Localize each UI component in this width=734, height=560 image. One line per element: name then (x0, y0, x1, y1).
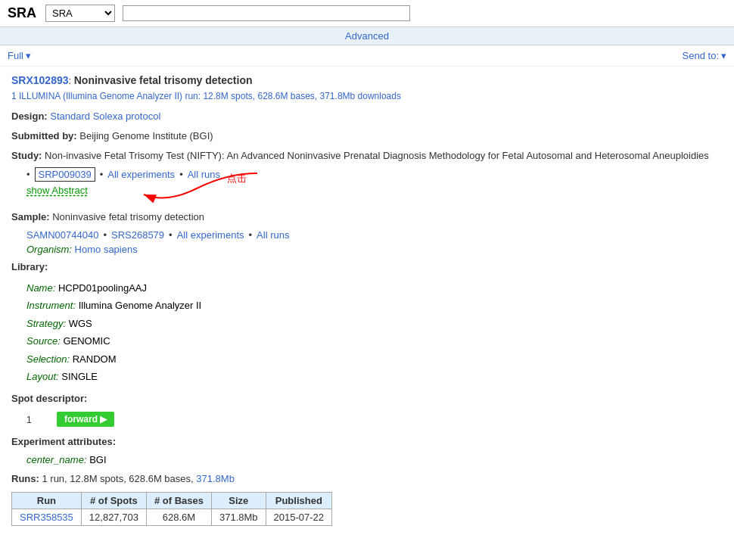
main-content: SRX102893: Noninvasive fetal trisomy det… (0, 67, 734, 534)
show-abstract-link[interactable]: show Abstract (26, 185, 88, 196)
spot-descriptor-label: Spot descriptor: (11, 393, 87, 404)
submitted-value: Beijing Genome Institute (BGI) (79, 130, 213, 142)
study-links: • SRP009039 • All experiments • All runs (26, 167, 723, 182)
database-select[interactable]: SRA PubMed Nucleotide Gene (45, 5, 115, 22)
srs-link[interactable]: SRS268579 (111, 229, 164, 241)
page-header: SRA SRA PubMed Nucleotide Gene (0, 0, 734, 27)
col-spots: # of Spots (81, 492, 146, 509)
library-source-row: Source: GENOMIC (26, 332, 723, 350)
spot-badge: forward ▶ (57, 412, 114, 427)
sample-value: Noninvasive fetal trisomy detection (52, 211, 204, 222)
study-text: Non-invasive Fetal Trisomy Test (NIFTY):… (45, 150, 709, 161)
exp-center-row: center_name: BGI (26, 454, 723, 465)
library-name-label: Name: (26, 282, 55, 294)
table-cell: 628.6M (146, 509, 211, 525)
runs-summary-text: 1 run, 12.8M spots, 628.6M bases, (42, 473, 193, 484)
table-cell: 12,827,703 (81, 509, 146, 525)
submitted-row: Submitted by: Beijing Genome Institute (… (11, 129, 723, 145)
study-label: Study: (11, 150, 42, 161)
toolbar: Full ▾ Send to: ▾ (0, 45, 734, 67)
runs-section: Runs: 1 run, 12.8M spots, 628.6M bases, … (11, 471, 723, 526)
library-layout-row: Layout: SINGLE (26, 368, 723, 385)
library-strategy-label: Strategy: (26, 318, 66, 329)
library-strategy-row: Strategy: WGS (26, 315, 723, 332)
sample-all-runs-link[interactable]: All runs (257, 229, 289, 241)
advanced-link[interactable]: Advanced (345, 30, 389, 42)
library-instrument-row: Instrument: Illumina Genome Analyzer II (26, 297, 723, 314)
library-name-value: HCPD01poolingAAJ (58, 282, 147, 294)
library-selection-row: Selection: RANDOM (26, 350, 723, 368)
design-label: Design: (11, 110, 48, 122)
library-instrument-value: Illumina Genome Analyzer II (79, 300, 202, 311)
runs-summary-row: Runs: 1 run, 12.8M spots, 628.6M bases, … (11, 471, 723, 487)
design-row: Design: Standard Solexa protocol (11, 109, 723, 125)
full-label: Full (8, 50, 23, 61)
library-selection-label: Selection: (26, 353, 70, 365)
design-link[interactable]: Standard Solexa protocol (50, 110, 160, 122)
record-title-text: Noninvasive fetal trisomy detection (74, 74, 253, 86)
organism-label: Organism: (26, 244, 72, 255)
submitted-label: Submitted by: (11, 130, 77, 142)
exp-attr-label: Experiment attributes: (11, 436, 116, 447)
study-row: Study: Non-invasive Fetal Trisomy Test (… (11, 148, 723, 164)
library-layout-label: Layout: (26, 371, 59, 382)
runs-table-body: SRR35853512,827,703628.6M371.8Mb2015-07-… (12, 509, 332, 525)
record-title-row: SRX102893: Noninvasive fetal trisomy det… (11, 74, 723, 86)
spot-number: 1 (26, 415, 32, 425)
runs-label: Runs: (11, 473, 39, 484)
runs-table: Run # of Spots # of Bases Size Published… (11, 492, 332, 526)
col-run: Run (12, 492, 82, 509)
study-all-experiments-link[interactable]: All experiments (107, 169, 175, 180)
table-row: SRR35853512,827,703628.6M371.8Mb2015-07-… (12, 509, 332, 525)
col-bases: # of Bases (146, 492, 211, 509)
sample-row: Sample: Noninvasive fetal trisomy detect… (11, 210, 723, 226)
search-input[interactable] (123, 5, 410, 21)
table-cell: 2015-07-22 (266, 509, 332, 525)
record-id-link[interactable]: SRX102893 (11, 74, 69, 86)
table-cell[interactable]: SRR358535 (12, 509, 82, 525)
table-cell: 371.8Mb (211, 509, 266, 525)
send-to-button[interactable]: Send to: ▾ (683, 50, 726, 61)
sample-label: Sample: (11, 211, 50, 222)
col-published: Published (266, 492, 332, 509)
runs-table-header-row: Run # of Spots # of Bases Size Published (12, 492, 332, 509)
spot-badge-label: forward (64, 414, 98, 425)
library-layout-value: SINGLE (61, 371, 98, 382)
library-section: Library: Name: HCPD01poolingAAJ Instrume… (11, 260, 723, 385)
full-dropdown-icon[interactable]: ▾ (26, 50, 31, 61)
send-to-dropdown-icon[interactable]: ▾ (721, 50, 726, 61)
library-instrument-label: Instrument: (26, 300, 76, 311)
srp-id-link[interactable]: SRP009039 (35, 167, 95, 182)
srp-bullet: • (26, 169, 30, 180)
col-size: Size (211, 492, 266, 509)
experiment-attributes-section: Experiment attributes: center_name: BGI (11, 434, 723, 465)
organism-value-link[interactable]: Homo sapiens (75, 244, 138, 255)
sample-links: SAMN00744040 • SRS268579 • All experimen… (26, 229, 723, 241)
title-separator: : (69, 75, 74, 86)
library-source-label: Source: (26, 335, 61, 347)
spot-descriptor-section: Spot descriptor: 1 forward ▶ (11, 391, 723, 427)
app-title: SRA (8, 5, 38, 21)
record-subtitle: 1 ILLUMINA (Illumina Genome Analyzer II)… (11, 91, 723, 101)
library-name-row: Name: HCPD01poolingAAJ (26, 279, 723, 297)
study-all-runs-link[interactable]: All runs (188, 169, 220, 180)
library-selection-value: RANDOM (73, 353, 117, 365)
run-id-link[interactable]: SRR358535 (20, 512, 73, 523)
send-to-label: Send to: (683, 50, 719, 61)
organism-row: Organism: Homo sapiens (26, 244, 723, 255)
runs-size-link[interactable]: 371.8Mb (196, 473, 235, 484)
library-label: Library: (11, 261, 48, 272)
library-strategy-value: WGS (69, 318, 92, 329)
exp-center-value: BGI (89, 454, 106, 465)
advanced-bar: Advanced (0, 27, 734, 45)
samn-link[interactable]: SAMN00744040 (26, 229, 98, 241)
full-button[interactable]: Full ▾ (8, 50, 31, 61)
exp-center-label: center_name: (26, 454, 87, 465)
library-source-value: GENOMIC (63, 335, 110, 347)
sample-all-experiments-link[interactable]: All experiments (177, 229, 244, 241)
